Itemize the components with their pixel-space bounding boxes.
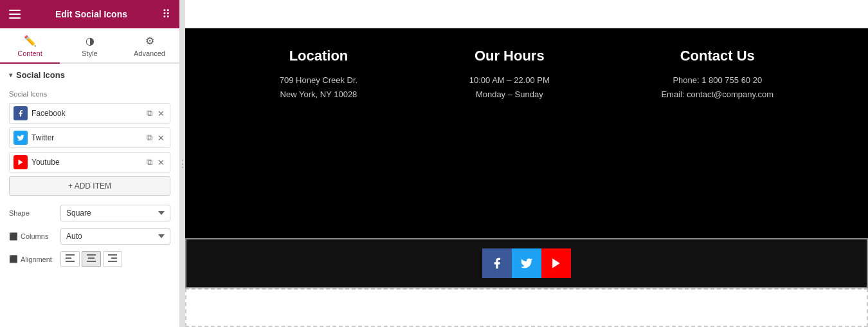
facebook-item-actions: ⧉ ✕ — [145, 107, 166, 120]
youtube-item-actions: ⧉ ✕ — [145, 156, 166, 169]
align-right-button[interactable] — [103, 251, 122, 267]
footer-section: Location 709 Honey Creek Dr. New York, N… — [185, 28, 868, 288]
panel-body: ▾ Social Icons Social Icons Facebook ⧉ ✕… — [0, 64, 179, 327]
tab-style[interactable]: ◑ Style — [60, 28, 120, 64]
alignment-row: ⬛ Alignment — [9, 251, 170, 267]
svg-rect-2 — [66, 257, 71, 259]
advanced-tab-icon: ⚙ — [145, 35, 154, 47]
alignment-buttons — [60, 251, 122, 267]
shape-label: Shape — [9, 209, 60, 217]
align-center-button[interactable] — [82, 251, 101, 267]
right-content: Location 709 Honey Creek Dr. New York, N… — [185, 0, 868, 327]
svg-rect-1 — [66, 254, 75, 256]
twitter-platform-icon — [14, 131, 28, 145]
add-item-button[interactable]: + ADD ITEM — [9, 176, 170, 196]
social-icons-label: Social Icons — [9, 90, 170, 98]
section-title: Social Icons — [16, 70, 65, 80]
top-bar — [185, 0, 868, 28]
svg-marker-0 — [19, 160, 23, 165]
monitor-icon: ⬛ — [9, 232, 18, 241]
shape-row: Shape Square Circle Rounded — [9, 205, 170, 221]
panel-resize-handle[interactable] — [180, 0, 185, 327]
columns-row: ⬛ Columns Auto 1 2 3 — [9, 228, 170, 245]
svg-rect-6 — [87, 261, 96, 262]
columns-select[interactable]: Auto 1 2 3 — [60, 228, 170, 245]
svg-rect-8 — [111, 257, 117, 259]
contact-line1: Phone: 1 800 755 60 20 — [673, 75, 762, 85]
footer-contact-col: Contact Us Phone: 1 800 755 60 20 Email:… — [661, 48, 773, 219]
twitter-item-actions: ⧉ ✕ — [145, 131, 166, 144]
tab-bar: ✏️ Content ◑ Style ⚙ Advanced — [0, 28, 179, 64]
twitter-item-name: Twitter — [32, 133, 145, 142]
hours-line1: 10:00 AM – 22.00 PM — [469, 75, 550, 85]
location-line2: New York, NY 10028 — [280, 89, 357, 99]
dashed-drop-area[interactable] — [185, 288, 868, 327]
style-tab-icon: ◑ — [86, 35, 95, 47]
facebook-delete-button[interactable]: ✕ — [156, 107, 166, 120]
youtube-item-name: Youtube — [32, 158, 145, 167]
social-item-youtube: Youtube ⧉ ✕ — [9, 152, 170, 173]
content-tab-label: Content — [17, 50, 42, 57]
tab-content[interactable]: ✏️ Content — [0, 28, 60, 64]
location-heading: Location — [280, 48, 357, 64]
advanced-tab-label: Advanced — [134, 50, 165, 57]
footer-social-bar — [185, 238, 868, 288]
hours-line2: Monday – Sunday — [476, 89, 543, 99]
social-item-facebook: Facebook ⧉ ✕ — [9, 103, 170, 124]
panel-title: Edit Social Icons — [55, 9, 127, 19]
tab-advanced[interactable]: ⚙ Advanced — [120, 28, 179, 64]
facebook-item-name: Facebook — [32, 109, 145, 118]
shape-select[interactable]: Square Circle Rounded — [60, 205, 170, 221]
hamburger-icon[interactable] — [9, 8, 21, 20]
footer-hours-col: Our Hours 10:00 AM – 22.00 PM Monday – S… — [469, 48, 550, 219]
align-left-button[interactable] — [60, 251, 80, 267]
columns-label: ⬛ Columns — [9, 232, 60, 241]
footer-location-col: Location 709 Honey Creek Dr. New York, N… — [280, 48, 357, 219]
youtube-platform-icon — [14, 155, 28, 169]
facebook-copy-button[interactable]: ⧉ — [145, 107, 154, 120]
footer-info: Location 709 Honey Creek Dr. New York, N… — [185, 28, 868, 238]
twitter-copy-button[interactable]: ⧉ — [145, 131, 154, 144]
footer-facebook-button[interactable] — [482, 248, 512, 278]
svg-rect-4 — [87, 254, 96, 256]
youtube-copy-button[interactable]: ⧉ — [145, 156, 154, 169]
section-header: ▾ Social Icons — [9, 70, 170, 84]
svg-marker-10 — [552, 259, 560, 268]
location-line1: 709 Honey Creek Dr. — [280, 75, 357, 85]
svg-rect-3 — [66, 261, 75, 262]
grid-icon[interactable]: ⠿ — [162, 7, 170, 21]
panel-header: Edit Social Icons ⠿ — [0, 0, 179, 28]
hours-heading: Our Hours — [469, 48, 550, 64]
social-item-twitter: Twitter ⧉ ✕ — [9, 127, 170, 148]
style-tab-label: Style — [82, 50, 97, 57]
content-tab-icon: ✏️ — [24, 35, 37, 47]
contact-heading: Contact Us — [661, 48, 773, 64]
svg-rect-9 — [108, 261, 117, 262]
footer-youtube-button[interactable] — [541, 248, 571, 278]
svg-rect-5 — [88, 257, 95, 259]
svg-rect-7 — [108, 254, 117, 256]
section-chevron[interactable]: ▾ — [9, 71, 12, 79]
footer-twitter-button[interactable] — [512, 248, 541, 278]
alignment-label: ⬛ Alignment — [9, 255, 60, 263]
left-panel: Edit Social Icons ⠿ ✏️ Content ◑ Style ⚙… — [0, 0, 180, 327]
twitter-delete-button[interactable]: ✕ — [156, 132, 166, 144]
contact-line2: Email: contact@company.com — [661, 89, 773, 99]
monitor-icon-align: ⬛ — [9, 255, 18, 263]
youtube-delete-button[interactable]: ✕ — [156, 156, 166, 169]
facebook-platform-icon — [14, 106, 28, 120]
